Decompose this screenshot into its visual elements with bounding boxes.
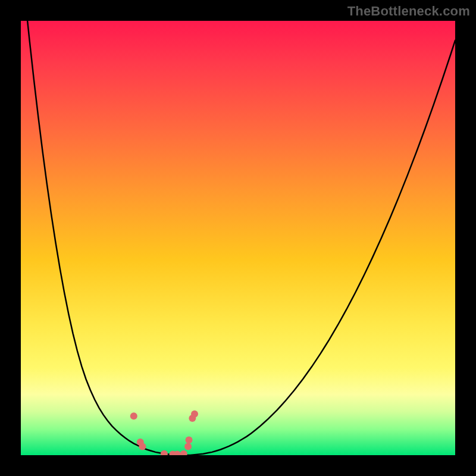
- curve-marker: [184, 443, 192, 450]
- curve-marker: [139, 443, 146, 450]
- chart-svg: [21, 21, 455, 455]
- curve-marker: [161, 450, 168, 455]
- curve-marker: [186, 436, 193, 443]
- plot-area: [21, 21, 455, 455]
- curve-markers: [130, 411, 198, 455]
- bottleneck-curve: [21, 21, 455, 455]
- chart-frame: TheBottleneck.com: [0, 0, 476, 476]
- curve-marker: [180, 450, 187, 455]
- curve-marker: [191, 411, 198, 418]
- watermark-label: TheBottleneck.com: [347, 4, 470, 19]
- curve-marker: [130, 412, 137, 419]
